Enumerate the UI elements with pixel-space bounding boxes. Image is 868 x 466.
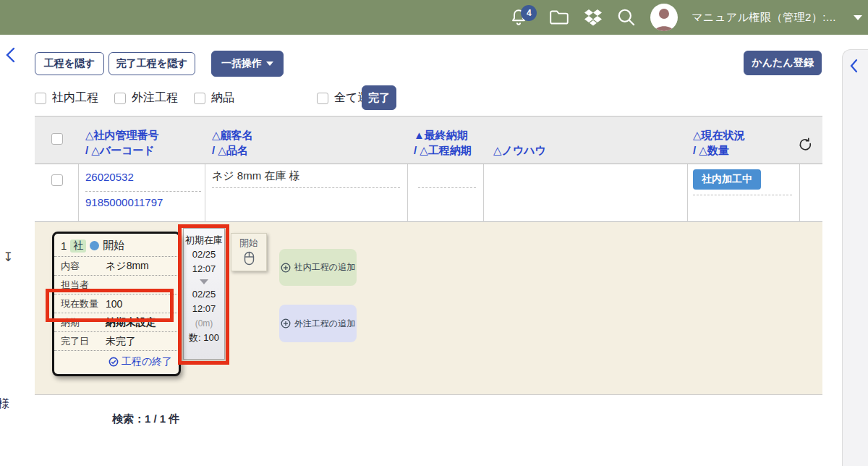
easy-register-label: かんたん登録 <box>752 56 813 69</box>
filter-delivery[interactable]: 納品 <box>194 90 234 106</box>
card-row-content: 内容 ネジ8mm <box>54 256 179 275</box>
expand-right-chevron-icon[interactable] <box>848 59 860 76</box>
timeline-arrow-icon <box>200 279 208 284</box>
start-tag-label: 開始 <box>239 237 258 250</box>
table-row[interactable]: 26020532 9185000011797 ネジ 8mm 在庫 様 社内加工中 <box>35 164 822 222</box>
easy-register-button[interactable]: かんたん登録 <box>744 51 822 75</box>
scroll-to-bottom-icon[interactable]: ↧ <box>3 250 13 265</box>
user-role-label[interactable]: マニュアル権限（管理2）:... <box>692 11 836 25</box>
folder-icon[interactable] <box>548 8 570 27</box>
card-row-quantity: 現在数量 100 <box>54 294 179 313</box>
column-header-knowhow[interactable]: △ノウハウ <box>493 143 546 158</box>
filter-outsourced[interactable]: 外注工程 <box>114 90 178 106</box>
column-header-customer[interactable]: △顧客名 / △品名 <box>212 127 253 158</box>
timeline-column[interactable]: 初期在庫 02/25 12:07 02/25 12:07 (0m) 数: 100 <box>183 228 225 360</box>
outsourced-checkbox[interactable] <box>114 93 126 104</box>
column-header-status[interactable]: △現在状況 / △数量 <box>693 127 745 158</box>
filter-inhouse[interactable]: 社内工程 <box>35 90 98 106</box>
timeline-quantity: 数: 100 <box>189 331 219 345</box>
plus-circle-icon <box>281 318 291 329</box>
timeline-start-time: 12:07 <box>192 262 216 276</box>
top-header-bar: 4 <box>0 0 868 35</box>
timeline-duration: (0m) <box>195 316 213 331</box>
status-badge[interactable]: 社内加工中 <box>693 169 761 190</box>
bulk-action-label: 一括操作 <box>221 57 262 70</box>
check-circle-icon <box>109 357 119 367</box>
notification-bell-icon[interactable]: 4 <box>509 8 528 27</box>
delivery-label: 納品 <box>211 90 234 106</box>
add-inhouse-label: 社内工程の追加 <box>294 261 355 274</box>
timeline-start-date: 02/25 <box>192 247 216 262</box>
hide-completed-label: 完了工程を隠す <box>116 57 188 70</box>
done-button[interactable]: 完了 <box>362 85 396 110</box>
add-outsource-process-button[interactable]: 外注工程の追加 <box>279 305 357 342</box>
select-all-checkbox[interactable] <box>317 93 328 104</box>
barcode-link[interactable]: 9185000011797 <box>85 196 163 208</box>
customer-name: ネジ 8mm 在庫 様 <box>212 169 300 183</box>
card-row-assignee: 担当者 <box>54 275 179 294</box>
mouse-icon <box>244 251 255 266</box>
timeline-end-date: 02/25 <box>192 287 216 302</box>
hide-process-button[interactable]: 工程を隠す <box>35 52 104 75</box>
card-row-due: 納期 納期未設定 <box>54 313 179 331</box>
column-header-due[interactable]: ▲最終納期 / △工程納期 <box>414 127 472 158</box>
add-outsource-label: 外注工程の追加 <box>294 318 355 330</box>
plus-circle-icon <box>281 263 291 273</box>
done-label: 完了 <box>368 91 390 105</box>
inhouse-label: 社内工程 <box>52 90 98 106</box>
header-checkbox[interactable] <box>51 133 63 145</box>
process-type-badge: 社 <box>70 240 86 253</box>
manage-no-link[interactable]: 26020532 <box>85 171 134 183</box>
card-row-finish-date: 完了日 未完了 <box>54 331 179 350</box>
delivery-checkbox[interactable] <box>194 93 205 104</box>
row-checkbox[interactable] <box>51 174 63 186</box>
process-title: 開始 <box>103 239 124 253</box>
inhouse-checkbox[interactable] <box>35 93 46 104</box>
right-side-panel[interactable] <box>842 49 868 466</box>
chevron-down-icon <box>266 62 273 66</box>
start-drag-tag[interactable]: 開始 <box>231 233 267 271</box>
finish-process-link[interactable]: 工程の終了 <box>109 355 172 368</box>
hide-process-label: 工程を隠す <box>44 57 95 70</box>
refresh-icon[interactable] <box>798 137 814 156</box>
search-icon[interactable] <box>616 7 637 27</box>
process-card-header: 1 社 開始 <box>54 234 179 256</box>
table-header: △社内管理番号 / △バーコード △顧客名 / △品名 ▲最終納期 / △工程納… <box>35 116 822 164</box>
notification-count-badge: 4 <box>521 5 537 21</box>
user-avatar[interactable] <box>650 3 678 32</box>
clipped-side-text: 様 <box>0 397 9 412</box>
column-header-manage-no[interactable]: △社内管理番号 / △バーコード <box>85 127 159 158</box>
page: 4 <box>0 0 868 466</box>
process-card[interactable]: 1 社 開始 内容 ネジ8mm 担当者 現在数量 100 納期 納期未設定 <box>52 232 181 376</box>
collapse-left-chevron-icon[interactable] <box>4 46 17 67</box>
search-result-count: 検索：1 / 1 件 <box>112 412 179 426</box>
bulk-action-dropdown-button[interactable]: 一括操作 <box>211 51 284 77</box>
filter-row: 社内工程 外注工程 納品 全て選択 <box>35 90 380 106</box>
add-inhouse-process-button[interactable]: 社内工程の追加 <box>279 249 357 286</box>
outsourced-label: 外注工程 <box>132 90 178 106</box>
status-dot-icon <box>90 241 99 250</box>
timeline-title: 初期在庫 <box>185 233 223 247</box>
dropbox-icon[interactable] <box>583 8 603 27</box>
process-detail-panel: 1 社 開始 内容 ネジ8mm 担当者 現在数量 100 納期 納期未設定 <box>35 222 822 395</box>
timeline-end-time: 12:07 <box>192 302 216 316</box>
hide-completed-button[interactable]: 完了工程を隠す <box>109 52 195 75</box>
process-index: 1 <box>61 240 67 252</box>
user-menu-caret-icon[interactable] <box>854 15 862 20</box>
